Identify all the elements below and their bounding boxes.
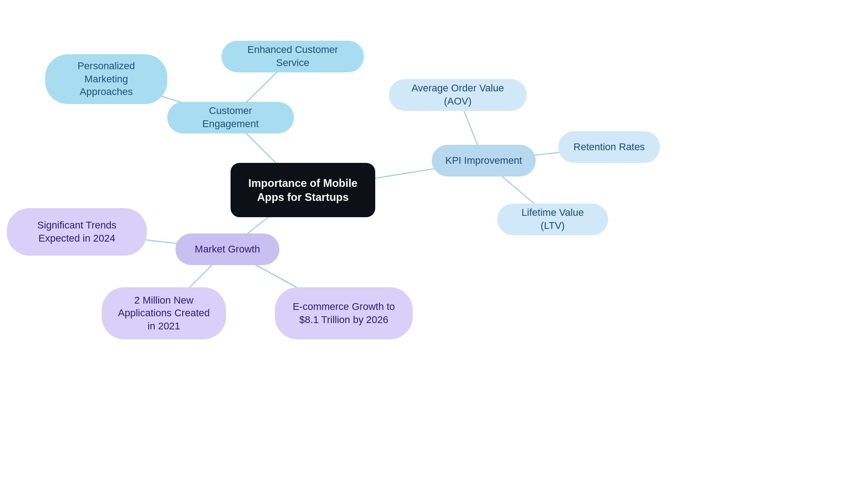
customer-engagement-node: Customer Engagement <box>167 102 294 133</box>
customer-engagement-label: Customer Engagement <box>180 105 281 130</box>
ecommerce-growth-node: E-commerce Growth to $8.1 Trillion by 20… <box>275 287 413 339</box>
market-growth-label: Market Growth <box>195 243 260 256</box>
significant-trends-label: Significant Trends Expected in 2024 <box>19 219 134 245</box>
enhanced-customer-service-node: Enhanced Customer Service <box>222 41 364 72</box>
kpi-improvement-node: KPI Improvement <box>432 145 536 176</box>
retention-rates-label: Retention Rates <box>574 141 645 154</box>
market-growth-node: Market Growth <box>175 233 279 265</box>
average-order-value-label: Average Order Value (AOV) <box>401 82 514 108</box>
personalized-marketing-node: Personalized Marketing Approaches <box>45 54 167 104</box>
two-million-apps-node: 2 Million New Applications Created in 20… <box>102 287 226 339</box>
center-label: Importance of Mobile Apps for Startups <box>243 176 363 204</box>
two-million-apps-label: 2 Million New Applications Created in 20… <box>114 294 213 333</box>
enhanced-customer-service-label: Enhanced Customer Service <box>234 43 351 69</box>
lifetime-value-label: Lifetime Value (LTV) <box>510 206 595 232</box>
personalized-marketing-label: Personalized Marketing Approaches <box>58 60 155 99</box>
significant-trends-node: Significant Trends Expected in 2024 <box>7 208 147 256</box>
retention-rates-node: Retention Rates <box>558 131 660 163</box>
kpi-improvement-label: KPI Improvement <box>445 154 522 167</box>
average-order-value-node: Average Order Value (AOV) <box>389 79 527 111</box>
lifetime-value-node: Lifetime Value (LTV) <box>497 204 608 235</box>
ecommerce-growth-label: E-commerce Growth to $8.1 Trillion by 20… <box>288 300 400 326</box>
center-node: Importance of Mobile Apps for Startups <box>231 163 375 217</box>
